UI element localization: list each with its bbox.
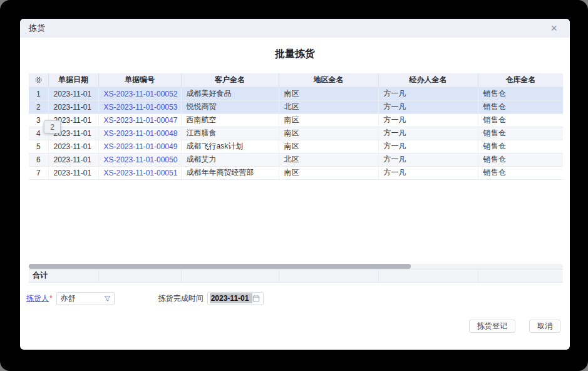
table-body: 12023-11-01XS-2023-11-01-00052成都美好食品南区方一… xyxy=(29,87,563,179)
drag-count-badge: 2 xyxy=(44,120,61,133)
picking-form: 拣货人* 亦舒 拣货完成时间 2023-11-01 xyxy=(20,291,570,305)
col-header-date[interactable]: 单据日期 xyxy=(48,73,98,87)
cell-handler: 方一凡 xyxy=(378,127,478,140)
completion-time-label: 拣货完成时间 xyxy=(158,293,204,304)
table-row[interactable]: 72023-11-01XS-2023-11-01-00051成都年年商贸经营部南… xyxy=(29,166,563,179)
cell-customer: 成都美好食品 xyxy=(181,87,279,100)
cell-date: 2023-11-01 xyxy=(48,153,98,166)
cell-doc: XS-2023-11-01-00051 xyxy=(98,166,181,179)
table-row[interactable]: 42023-11-01XS-2023-11-01-00048江西膳食南区方一凡销… xyxy=(29,127,563,140)
cell-doc: XS-2023-11-01-00048 xyxy=(98,127,181,140)
cell-n: 5 xyxy=(29,140,48,153)
cell-n: 6 xyxy=(29,153,48,166)
doc-number-link[interactable]: XS-2023-11-01-00047 xyxy=(104,116,178,125)
cell-customer: 成都飞行ask计划 xyxy=(181,140,279,153)
col-header-region[interactable]: 地区全名 xyxy=(279,73,378,87)
app-window: 拣货 × 批量拣货 xyxy=(0,0,588,371)
cell-handler: 方一凡 xyxy=(378,140,478,153)
gear-icon xyxy=(34,76,43,84)
table-row[interactable]: 12023-11-01XS-2023-11-01-00052成都美好食品南区方一… xyxy=(29,87,563,100)
col-header-warehouse[interactable]: 仓库全名 xyxy=(478,73,563,87)
cell-warehouse: 销售仓 xyxy=(478,153,563,166)
cell-warehouse: 销售仓 xyxy=(478,100,563,113)
picker-select[interactable]: 亦舒 xyxy=(56,292,115,305)
table-row[interactable]: 52023-11-01XS-2023-11-01-00049成都飞行ask计划南… xyxy=(29,140,563,153)
cell-handler: 方一凡 xyxy=(378,113,478,127)
completion-time-input[interactable]: 2023-11-01 xyxy=(207,292,264,305)
table-row[interactable]: 22023-11-01XS-2023-11-01-00053悦悦商贸北区方一凡销… xyxy=(29,100,563,113)
filter-funnel-icon xyxy=(104,295,111,302)
cell-doc: XS-2023-11-01-00049 xyxy=(98,140,181,153)
completion-time-value: 2023-11-01 xyxy=(210,293,252,303)
picker-value: 亦舒 xyxy=(61,293,104,304)
cancel-button[interactable]: 取消 xyxy=(529,320,560,333)
cell-region: 北区 xyxy=(279,153,378,166)
doc-number-link[interactable]: XS-2023-11-01-00053 xyxy=(104,103,178,112)
doc-number-link[interactable]: XS-2023-11-01-00048 xyxy=(104,129,178,138)
dialog-footer: 拣货登记 取消 xyxy=(469,320,560,333)
cell-n: 1 xyxy=(29,87,48,100)
cell-doc: XS-2023-11-01-00050 xyxy=(98,153,181,166)
cell-doc: XS-2023-11-01-00053 xyxy=(98,100,181,113)
required-mark: * xyxy=(49,294,53,303)
cell-n: 7 xyxy=(29,166,48,179)
cell-doc: XS-2023-11-01-00052 xyxy=(98,87,181,100)
cell-date: 2023-11-01 xyxy=(48,100,98,113)
col-header-docno[interactable]: 单据编号 xyxy=(98,73,181,87)
cell-region: 南区 xyxy=(279,87,378,100)
cell-n: 2 xyxy=(29,100,48,113)
cell-region: 南区 xyxy=(279,166,378,179)
doc-number-link[interactable]: XS-2023-11-01-00051 xyxy=(104,169,178,177)
table-row[interactable]: 32023-11-01XS-2023-11-01-00047西南航空南区方一凡销… xyxy=(29,113,563,127)
picking-dialog: 拣货 × 批量拣货 xyxy=(20,19,570,350)
cell-warehouse: 销售仓 xyxy=(478,140,563,153)
cell-customer: 江西膳食 xyxy=(181,127,279,140)
picker-label-link[interactable]: 拣货人 xyxy=(26,293,49,304)
horizontal-scrollbar[interactable] xyxy=(29,264,563,269)
col-header-handler[interactable]: 经办人全名 xyxy=(378,73,478,87)
cell-handler: 方一凡 xyxy=(378,87,478,100)
table-header-row: 单据日期 单据编号 客户全名 地区全名 经办人全名 仓库全名 xyxy=(29,73,563,87)
cell-date: 2023-11-01 xyxy=(48,87,98,100)
cell-region: 南区 xyxy=(279,140,378,153)
doc-number-link[interactable]: XS-2023-11-01-00050 xyxy=(104,155,178,164)
cell-handler: 方一凡 xyxy=(378,100,478,113)
cell-doc: XS-2023-11-01-00047 xyxy=(98,113,181,127)
total-label: 合计 xyxy=(29,269,98,282)
col-header-customer[interactable]: 客户全名 xyxy=(181,73,279,87)
cell-customer: 成都艾力 xyxy=(181,153,279,166)
doc-number-link[interactable]: XS-2023-11-01-00049 xyxy=(104,142,178,151)
table-empty-area xyxy=(29,180,563,264)
total-row: 合计 xyxy=(29,269,563,282)
cell-warehouse: 销售仓 xyxy=(478,166,563,179)
cell-warehouse: 销售仓 xyxy=(478,113,563,127)
table-row[interactable]: 62023-11-01XS-2023-11-01-00050成都艾力北区方一凡销… xyxy=(29,153,563,166)
cell-date: 2023-11-01 xyxy=(48,166,98,179)
picking-register-button[interactable]: 拣货登记 xyxy=(469,320,515,333)
cell-warehouse: 销售仓 xyxy=(478,87,563,100)
cell-region: 北区 xyxy=(279,100,378,113)
dialog-header: 拣货 × xyxy=(20,19,570,38)
cell-handler: 方一凡 xyxy=(378,153,478,166)
doc-number-link[interactable]: XS-2023-11-01-00052 xyxy=(104,90,178,98)
cell-date: 2023-11-01 xyxy=(48,140,98,153)
batch-picking-table: 单据日期 单据编号 客户全名 地区全名 经办人全名 仓库全名 12023-11-… xyxy=(29,73,563,281)
cell-handler: 方一凡 xyxy=(378,166,478,179)
scrollbar-thumb[interactable] xyxy=(29,264,411,269)
close-icon[interactable]: × xyxy=(548,21,560,36)
cell-region: 南区 xyxy=(279,113,378,127)
calendar-icon[interactable] xyxy=(252,295,260,302)
cell-customer: 成都年年商贸经营部 xyxy=(181,166,279,179)
column-settings-button[interactable] xyxy=(29,73,48,87)
page-title: 批量拣货 xyxy=(20,48,570,61)
cell-customer: 悦悦商贸 xyxy=(181,100,279,113)
cell-region: 南区 xyxy=(279,127,378,140)
dialog-title: 拣货 xyxy=(29,23,45,34)
cell-customer: 西南航空 xyxy=(181,113,279,127)
cell-warehouse: 销售仓 xyxy=(478,127,563,140)
